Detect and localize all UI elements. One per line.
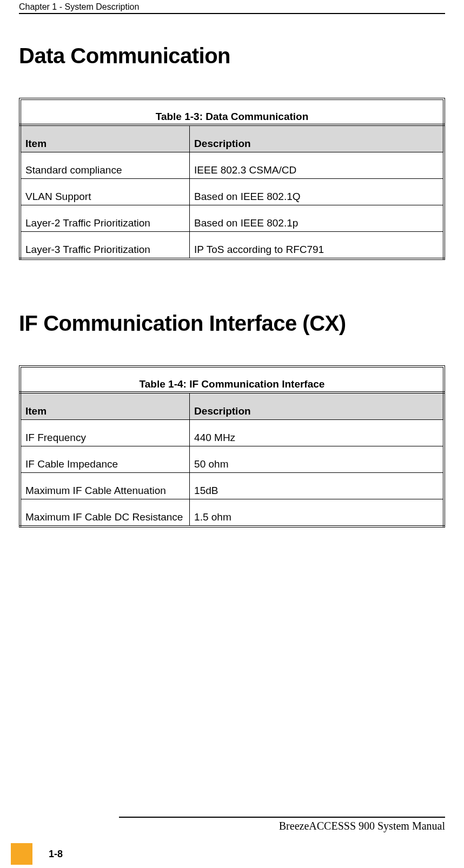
- footer-accent-box: [11, 843, 32, 865]
- cell-item: Layer-3 Traffic Prioritization: [20, 232, 190, 259]
- column-header-description: Description: [190, 125, 444, 152]
- cell-item: Layer-2 Traffic Prioritization: [20, 205, 190, 232]
- header-rule: [19, 13, 445, 14]
- footer-manual-title: BreezeACCESSS 900 System Manual: [0, 818, 464, 843]
- table-row: Maximum IF Cable Attenuation 15dB: [20, 473, 444, 499]
- cell-description: 15dB: [190, 473, 444, 499]
- table-caption: Table 1-3: Data Communication: [19, 98, 445, 124]
- running-header: Chapter 1 - System Description: [19, 0, 445, 13]
- table-data-communication: Table 1-3: Data Communication Item Descr…: [19, 98, 445, 260]
- table-if-communication-interface: Table 1-4: IF Communication Interface It…: [19, 365, 445, 528]
- cell-description: 1.5 ohm: [190, 499, 444, 527]
- table-caption: Table 1-4: IF Communication Interface: [19, 365, 445, 391]
- cell-description: IEEE 802.3 CSMA/CD: [190, 152, 444, 179]
- table-row: IF Frequency 440 MHz: [20, 420, 444, 446]
- table-1-3: Table 1-3: Data Communication Item Descr…: [19, 98, 445, 260]
- column-header-item: Item: [20, 392, 190, 420]
- page-footer: BreezeACCESSS 900 System Manual 1-8: [0, 817, 464, 863]
- column-header-description: Description: [190, 392, 444, 420]
- cell-description: 50 ohm: [190, 446, 444, 473]
- table-row: VLAN Support Based on IEEE 802.1Q: [20, 179, 444, 205]
- cell-item: IF Cable Impedance: [20, 446, 190, 473]
- cell-description: 440 MHz: [190, 420, 444, 446]
- cell-description: Based on IEEE 802.1p: [190, 205, 444, 232]
- table-row: Standard compliance IEEE 802.3 CSMA/CD: [20, 152, 444, 179]
- table-row: IF Cable Impedance 50 ohm: [20, 446, 444, 473]
- cell-description: IP ToS according to RFC791: [190, 232, 444, 259]
- section-title-if-communication-interface: IF Communication Interface (CX): [19, 311, 445, 336]
- cell-item: Standard compliance: [20, 152, 190, 179]
- table-row: Maximum IF Cable DC Resistance 1.5 ohm: [20, 499, 444, 527]
- cell-item: Maximum IF Cable DC Resistance: [20, 499, 190, 527]
- cell-description: Based on IEEE 802.1Q: [190, 179, 444, 205]
- cell-item: Maximum IF Cable Attenuation: [20, 473, 190, 499]
- page-number: 1-8: [32, 843, 63, 865]
- cell-item: IF Frequency: [20, 420, 190, 446]
- table-row: Layer-2 Traffic Prioritization Based on …: [20, 205, 444, 232]
- table-1-4: Table 1-4: IF Communication Interface It…: [19, 365, 445, 528]
- cell-item: VLAN Support: [20, 179, 190, 205]
- section-title-data-communication: Data Communication: [19, 44, 445, 68]
- table-row: Layer-3 Traffic Prioritization IP ToS ac…: [20, 232, 444, 259]
- column-header-item: Item: [20, 125, 190, 152]
